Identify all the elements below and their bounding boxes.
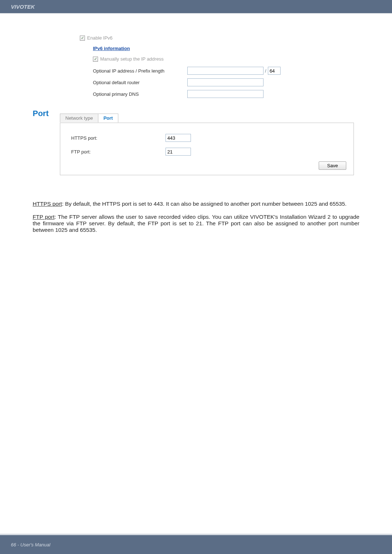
prefix-row: Optional IP address / Prefix length / [93,67,359,75]
manual-ip-row: ✓ Manually setup the IP address [93,56,359,62]
save-button[interactable]: Save [319,161,346,170]
prefix-label: Optional IP address / Prefix length [93,68,187,74]
ipv6-information-link[interactable]: IPv6 information [93,46,130,51]
page-content: ✓ Enable IPv6 IPv6 information ✓ Manuall… [0,13,392,233]
ftp-port-row: FTP port: [71,148,346,156]
ftp-port-lead: FTP port [33,214,54,220]
https-port-label: HTTPS port: [71,135,166,141]
header-bar: VIVOTEK [0,0,392,13]
primary-dns-row: Optional primary DNS [93,90,359,98]
https-port-input[interactable] [166,134,191,142]
slash-separator: / [265,68,266,74]
primary-dns-label: Optional primary DNS [93,91,187,97]
body-text: HTTPS port: By default, the HTTPS port i… [33,201,359,233]
ftp-port-rest: : The FTP server allows the user to save… [33,214,359,233]
tab-port[interactable]: Port [98,114,118,123]
default-router-row: Optional default router [93,78,359,86]
port-panel: Network type Port HTTPS port: FTP port: … [60,123,354,175]
https-port-row: HTTPS port: [71,134,346,142]
ftp-port-label: FTP port: [71,149,166,155]
brand-text: VIVOTEK [11,4,35,10]
manual-ip-label: Manually setup the IP address [100,56,164,62]
footer-text: 66 - User's Manual [11,542,50,547]
tab-network-type[interactable]: Network type [60,114,98,122]
prefix-length-input[interactable] [268,67,281,75]
checkbox-manual-ip[interactable]: ✓ [93,57,98,62]
https-port-lead: HTTPS port [33,201,62,207]
enable-ipv6-label: Enable IPv6 [87,35,113,41]
paragraph-ftp: FTP port: The FTP server allows the user… [33,214,359,233]
https-port-rest: : By default, the HTTPS port is set to 4… [62,201,347,207]
paragraph-https: HTTPS port: By default, the HTTPS port i… [33,201,359,207]
ipv6-section: ✓ Enable IPv6 IPv6 information ✓ Manuall… [80,35,359,98]
ipv6-details: IPv6 information ✓ Manually setup the IP… [93,46,359,98]
footer-bar: 66 - User's Manual [0,535,392,554]
prefix-ip-input[interactable] [187,67,264,75]
checkbox-enable-ipv6[interactable]: ✓ [80,36,85,41]
tab-container: Network type Port [60,114,118,122]
primary-dns-input[interactable] [187,90,264,98]
default-router-label: Optional default router [93,80,187,85]
ftp-port-input[interactable] [166,148,191,156]
enable-ipv6-row: ✓ Enable IPv6 [80,35,359,41]
default-router-input[interactable] [187,78,264,86]
